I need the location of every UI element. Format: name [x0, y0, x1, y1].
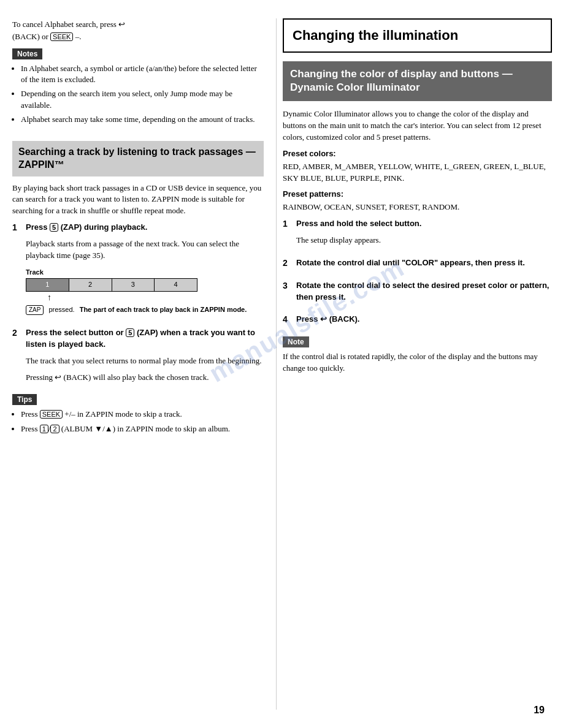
track-diagram: Track 1 2 3 4 ↑ ZAP pressed.: [26, 268, 264, 315]
track-caption: ZAP pressed. The part of each track to p…: [26, 305, 264, 315]
right-step-1: 1 Press and hold the select button. The …: [283, 218, 552, 251]
step-2-bold-text: Press the select button or 5 (ZAP) when …: [26, 327, 264, 351]
zappin-section-heading: Searching a track by listening to track …: [12, 141, 264, 176]
cancel-text: To cancel Alphabet search, press ↩ (BACK…: [12, 18, 264, 42]
right-step-4-content: Press ↩ (BACK).: [296, 314, 552, 330]
seek-btn-tip: SEEK: [40, 410, 63, 419]
notes-label: Notes: [12, 48, 42, 59]
preset-colors-text: RED, AMBER, M_AMBER, YELLOW, WHITE, L_GR…: [283, 161, 552, 184]
note-label: Note: [283, 336, 309, 347]
right-step-2-bold: Rotate the control dial until "COLOR" ap…: [296, 257, 552, 269]
seek-button-inline: SEEK: [50, 32, 73, 41]
zap-caption-pressed: pressed.: [48, 305, 74, 314]
page-number: 19: [534, 705, 545, 716]
tips-box: Tips Press SEEK +/– in ZAPPIN mode to sk…: [12, 394, 264, 434]
tips-label: Tips: [12, 394, 37, 405]
right-step-2: 2 Rotate the control dial until "COLOR" …: [283, 257, 552, 274]
track-seg-1: 1: [26, 279, 69, 291]
sub-heading-box: Changing the color of display and button…: [283, 61, 552, 102]
right-column: Changing the illumination Changing the c…: [276, 18, 552, 710]
right-step-3: 3 Rotate the control dial to select the …: [283, 280, 552, 308]
notes-box: Notes In Alphabet search, a symbol or ar…: [12, 48, 264, 125]
back-symbol: ↩: [118, 20, 125, 29]
left-column: To cancel Alphabet search, press ↩ (BACK…: [12, 18, 276, 710]
tip-item-2: Press 1/2 (ALBUM ▼/▲) in ZAPPIN mode to …: [21, 423, 264, 434]
track-seg-3: 3: [112, 279, 155, 291]
right-step-2-content: Rotate the control dial until "COLOR" ap…: [296, 257, 552, 274]
right-step-1-content: Press and hold the select button. The se…: [296, 218, 552, 251]
preset-patterns-label: Preset patterns:: [283, 189, 552, 200]
right-step-2-num: 2: [283, 257, 293, 274]
right-step-1-desc: The setup display appears.: [296, 235, 552, 246]
track-arrow: ↑: [47, 292, 52, 304]
right-step-3-bold: Rotate the control dial to select the de…: [296, 280, 552, 303]
track-seg-4: 4: [155, 279, 197, 291]
right-step-4-num: 4: [283, 314, 293, 330]
right-step-1-bold: Press and hold the select button.: [296, 218, 552, 230]
zap-btn-step2: 5: [126, 328, 134, 337]
step-1-number: 1: [12, 222, 22, 321]
sub-heading-text: Changing the color of display and button…: [290, 67, 545, 96]
zappin-step-1: 1 Press 5 (ZAP) during playback. Playbac…: [12, 222, 264, 321]
track-arrow-row: ↑: [26, 292, 197, 304]
note-item-1: In Alphabet search, a symbol or article …: [21, 63, 264, 85]
notes-list: In Alphabet search, a symbol or article …: [12, 63, 264, 125]
main-title-box: Changing the illumination: [283, 18, 552, 53]
preset-patterns-text: RAINBOW, OCEAN, SUNSET, FOREST, RANDOM.: [283, 202, 552, 213]
track-label: Track: [26, 268, 264, 277]
step-2-desc2: Pressing ↩ (BACK) will also play back th…: [26, 372, 264, 384]
note-text: If the control dial is rotated rapidly, …: [283, 351, 552, 374]
track-bar: 1 2 3 4: [26, 278, 197, 292]
preset-colors-label: Preset colors:: [283, 148, 552, 160]
zap-btn-step1: 5: [50, 223, 58, 232]
tip-item-1: Press SEEK +/– in ZAPPIN mode to skip a …: [21, 409, 264, 420]
step-1-desc: Playback starts from a passage of the ne…: [26, 238, 264, 262]
right-step-1-num: 1: [283, 218, 293, 251]
zappin-steps: 1 Press 5 (ZAP) during playback. Playbac…: [12, 222, 264, 388]
zappin-intro: By playing back short track passages in …: [12, 183, 264, 218]
step-1-bold-text: Press 5 (ZAP) during playback.: [26, 222, 264, 233]
right-step-4: 4 Press ↩ (BACK).: [283, 314, 552, 330]
tips-list: Press SEEK +/– in ZAPPIN mode to skip a …: [12, 409, 264, 434]
step-2-content: Press the select button or 5 (ZAP) when …: [26, 327, 264, 388]
right-step-3-content: Rotate the control dial to select the de…: [296, 280, 552, 308]
step-2-desc1: The track that you select returns to nor…: [26, 355, 264, 367]
note-item-3: Alphabet search may take some time, depe…: [21, 114, 264, 125]
zappin-heading-text: Searching a track by listening to track …: [18, 146, 258, 172]
main-title: Changing the illumination: [293, 27, 542, 44]
note-item-2: Depending on the search item you select,…: [21, 88, 264, 110]
step-2-number: 2: [12, 327, 22, 388]
right-step-3-num: 3: [283, 280, 293, 308]
track-seg-2: 2: [69, 279, 112, 291]
album-btn2-tip: 2: [50, 425, 59, 433]
zap-caption-btn: ZAP: [26, 305, 44, 315]
zappin-step-2: 2 Press the select button or 5 (ZAP) whe…: [12, 327, 264, 388]
step-1-content: Press 5 (ZAP) during playback. Playback …: [26, 222, 264, 321]
right-intro: Dynamic Color Illuminator allows you to …: [283, 108, 552, 143]
right-step-4-bold: Press ↩ (BACK).: [296, 314, 552, 325]
right-steps: 1 Press and hold the select button. The …: [283, 218, 552, 330]
zap-caption-desc: The part of each track to play back in Z…: [80, 305, 247, 314]
right-note-box: Note If the control dial is rotated rapi…: [283, 336, 552, 374]
album-btn1-tip: 1: [40, 425, 48, 433]
